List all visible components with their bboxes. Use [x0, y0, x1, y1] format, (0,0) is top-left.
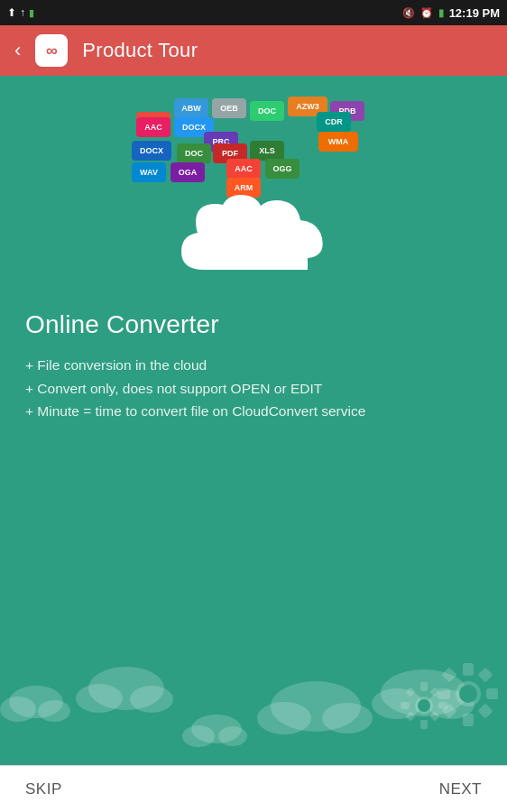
- file-tag: AAC: [136, 117, 171, 137]
- feature-item: + Minute = time to convert file on Cloud…: [25, 400, 482, 423]
- main-cloud: [163, 193, 344, 292]
- svg-rect-33: [478, 704, 493, 719]
- file-tag: WMA: [318, 132, 358, 152]
- battery-icon: ▮: [29, 7, 34, 19]
- clock: 12:19 PM: [449, 6, 500, 20]
- file-tag: DOCX: [132, 141, 171, 161]
- svg-point-3: [88, 667, 164, 710]
- back-button[interactable]: ‹: [14, 39, 21, 62]
- svg-point-6: [191, 715, 242, 743]
- svg-rect-31: [478, 668, 493, 683]
- usb-icon: ⬆: [7, 6, 16, 19]
- svg-point-10: [257, 702, 311, 734]
- svg-rect-16: [420, 682, 428, 691]
- status-bar: ⬆ ↑ ▮ 🔇 ⏰ ▮ 12:19 PM: [0, 0, 507, 25]
- svg-point-7: [182, 725, 215, 747]
- svg-point-5: [130, 686, 173, 713]
- status-right: 🔇 ⏰ ▮ 12:19 PM: [402, 6, 500, 20]
- section-title: Online Converter: [25, 310, 482, 339]
- app-icon: ∞: [35, 34, 68, 67]
- feature-list: + File conversion in the cloud+ Convert …: [25, 354, 482, 423]
- status-icons-left: ⬆ ↑ ▮: [7, 6, 34, 19]
- file-tag: ABW: [174, 98, 208, 118]
- upload-icon: ↑: [20, 6, 25, 19]
- cloud-illustration: PDFABWOEBDOCAZW3PDBAACDOCXCDRPRCDOCXDOCP…: [25, 94, 482, 292]
- file-tag: DOC: [250, 101, 284, 121]
- svg-point-2: [38, 700, 70, 722]
- main-content: PDFABWOEBDOCAZW3PDBAACDOCXCDRPRCDOCXDOCP…: [0, 76, 507, 765]
- svg-point-9: [271, 681, 361, 732]
- next-button[interactable]: NEXT: [439, 780, 482, 798]
- file-tag: OGA: [171, 162, 205, 182]
- text-section: Online Converter + File conversion in th…: [25, 310, 482, 423]
- file-tag: WAV: [132, 162, 166, 182]
- svg-rect-22: [405, 711, 415, 721]
- file-tag: OEB: [212, 98, 246, 118]
- file-tag: DOC: [177, 143, 211, 163]
- bottom-bar: SKIP NEXT: [0, 765, 507, 812]
- battery-full-icon: ▮: [438, 7, 444, 19]
- file-tag: AAC: [226, 159, 261, 179]
- svg-rect-18: [401, 702, 410, 709]
- app-icon-symbol: ∞: [46, 42, 58, 60]
- svg-rect-27: [463, 714, 474, 726]
- feature-item: + File conversion in the cloud: [25, 354, 482, 377]
- file-tag: OGG: [265, 159, 300, 179]
- svg-point-1: [0, 697, 36, 722]
- svg-rect-20: [405, 687, 415, 697]
- svg-rect-23: [429, 711, 439, 721]
- page-title: Product Tour: [82, 39, 198, 62]
- svg-point-24: [418, 699, 430, 712]
- svg-rect-29: [486, 688, 498, 699]
- svg-rect-28: [438, 688, 450, 699]
- mute-icon: 🔇: [402, 7, 415, 19]
- svg-point-8: [218, 726, 247, 746]
- file-tag: CDR: [317, 112, 351, 132]
- svg-rect-26: [463, 663, 474, 676]
- skip-button[interactable]: SKIP: [25, 780, 62, 798]
- svg-point-4: [76, 684, 123, 713]
- feature-item: + Convert only, does not support OPEN or…: [25, 377, 482, 401]
- alarm-icon: ⏰: [420, 7, 433, 19]
- svg-point-11: [322, 703, 373, 734]
- gear-container: [390, 653, 498, 747]
- svg-rect-17: [420, 720, 428, 729]
- svg-point-0: [9, 686, 63, 718]
- svg-point-34: [459, 685, 477, 703]
- svg-rect-30: [442, 668, 457, 683]
- app-bar: ‹ ∞ Product Tour: [0, 25, 507, 76]
- file-tag: XLS: [250, 141, 284, 161]
